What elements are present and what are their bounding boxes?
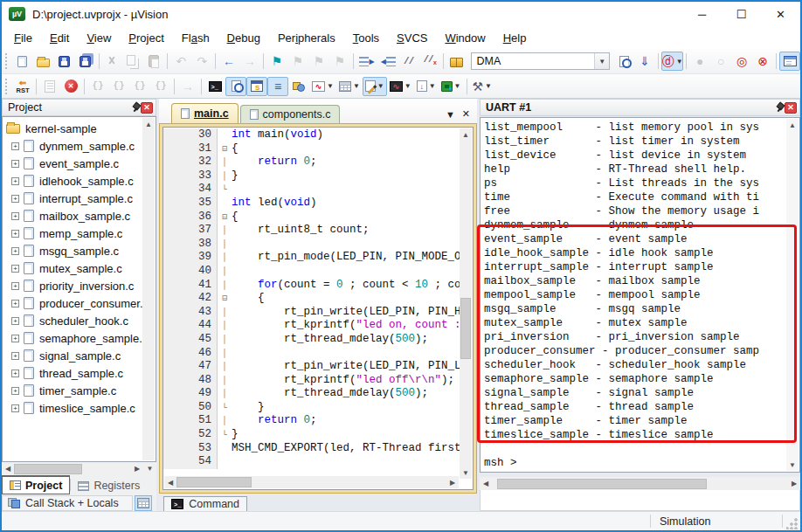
expand-icon[interactable]: + xyxy=(11,335,19,342)
tree-item-producer_consumer-c[interactable]: +producer_consumer.c xyxy=(3,294,142,312)
logic-analyzer-button[interactable]: ∿▼ xyxy=(387,77,414,96)
tree-item-idlehook_sample-c[interactable]: +idlehook_sample.c xyxy=(3,172,142,190)
scroll-left-icon[interactable]: ◀ xyxy=(480,478,492,490)
memory-keypad-button[interactable] xyxy=(135,495,152,511)
chevron-down-icon[interactable]: ▼ xyxy=(353,82,360,90)
find-button[interactable] xyxy=(613,52,634,71)
scroll-right-icon[interactable]: ▶ xyxy=(446,476,459,488)
tree-item-signal_sample-c[interactable]: +signal_sample.c xyxy=(3,347,142,364)
expand-icon[interactable]: + xyxy=(11,230,19,238)
tree-item-event_sample-c[interactable]: +event_sample.c xyxy=(3,155,142,172)
scroll-thumb[interactable] xyxy=(497,479,707,489)
code-editor[interactable]: 30int main(void)31⊟{32│ return 0;33│}34└… xyxy=(163,128,460,476)
target-select-combobox[interactable]: DMA▼ xyxy=(471,52,611,70)
editor-tab-components-c[interactable]: components.c xyxy=(240,105,341,123)
menu-tools[interactable]: Tools xyxy=(344,29,388,47)
tree-item-mailbox_sample-c[interactable]: +mailbox_sample.c xyxy=(3,207,142,225)
menu-svcs[interactable]: SVCS xyxy=(388,29,436,47)
comment-button[interactable]: // xyxy=(398,52,419,71)
uart-console[interactable]: list_mempool - list memory pool in sysli… xyxy=(480,117,800,473)
tree-item-timer_sample-c[interactable]: +timer_sample.c xyxy=(3,382,142,399)
editor-horizontal-scrollbar[interactable]: ◀ ▶ xyxy=(164,476,459,488)
chevron-down-icon[interactable]: ▼ xyxy=(404,82,411,90)
scroll-right-icon[interactable]: ▶ xyxy=(131,463,143,475)
menu-file[interactable]: File xyxy=(5,29,41,47)
editor-vertical-scrollbar[interactable]: ▲ ▼ xyxy=(460,128,472,479)
tree-item-msgq_sample-c[interactable]: +msgq_sample.c xyxy=(3,242,142,259)
chevron-down-icon[interactable]: ▼ xyxy=(454,82,461,90)
scroll-down-icon[interactable]: ▼ xyxy=(143,462,156,475)
expand-icon[interactable]: + xyxy=(11,212,19,220)
pin-icon[interactable] xyxy=(774,102,785,113)
expand-icon[interactable]: + xyxy=(11,352,19,360)
scroll-up-icon[interactable]: ▲ xyxy=(460,128,472,141)
tree-root[interactable]: kernel-sample xyxy=(3,120,142,137)
tab-registers[interactable]: Registers xyxy=(71,476,147,495)
fold-marker[interactable]: ⊟ xyxy=(218,142,232,156)
scroll-up-icon[interactable]: ▲ xyxy=(786,119,799,131)
scroll-thumb[interactable] xyxy=(176,477,252,487)
expand-icon[interactable]: + xyxy=(11,142,19,150)
tree-item-semaphore_sample-c[interactable]: +semaphore_sample.c xyxy=(3,329,142,347)
watch-windows-button[interactable]: ▼ xyxy=(363,77,387,96)
scroll-left-icon[interactable]: ◀ xyxy=(164,476,176,488)
chevron-down-icon[interactable]: ▼ xyxy=(377,82,384,90)
expand-icon[interactable]: + xyxy=(11,160,19,168)
lookup-word-button[interactable]: ⓓ▼ xyxy=(661,52,683,71)
disable-all-breakpoints-button[interactable]: ◎ xyxy=(731,52,752,71)
scroll-left-icon[interactable]: ◀ xyxy=(2,463,14,475)
menu-help[interactable]: Help xyxy=(494,29,536,47)
navigate-back-button[interactable]: ← xyxy=(218,52,239,71)
debug-tools-button[interactable]: ⚒▼ xyxy=(470,77,494,96)
expand-icon[interactable]: + xyxy=(11,370,19,377)
tree-item-dynmem_sample-c[interactable]: +dynmem_sample.c xyxy=(3,137,142,155)
tab-project[interactable]: Project xyxy=(2,475,70,494)
close-icon[interactable]: ✕ xyxy=(141,102,153,114)
expand-icon[interactable]: + xyxy=(11,177,19,185)
kill-all-breakpoints-button[interactable]: ⊗ xyxy=(752,52,773,71)
close-button[interactable]: ✕ xyxy=(761,2,800,26)
menu-peripherals[interactable]: Peripherals xyxy=(269,29,344,47)
scroll-right-icon[interactable]: ▶ xyxy=(788,478,800,490)
analysis-windows-button[interactable]: ∿▼ xyxy=(309,77,336,96)
uart-vertical-scrollbar[interactable]: ▲ ▼ xyxy=(786,119,799,471)
incremental-find-button[interactable]: ⇓ xyxy=(634,52,655,71)
callstack-locals-button[interactable]: Call Stack + Locals xyxy=(2,495,133,511)
chevron-down-icon[interactable]: ▼ xyxy=(594,53,609,69)
scroll-up-icon[interactable]: ▲ xyxy=(142,118,155,130)
registers-window-button[interactable]: ≡ xyxy=(267,77,288,96)
tree-item-interrupt_sample-c[interactable]: +interrupt_sample.c xyxy=(3,190,142,207)
indent-button[interactable]: ▶ xyxy=(356,52,377,71)
new-file-button[interactable] xyxy=(12,52,33,71)
toolbar-drag-handle[interactable] xyxy=(5,79,9,94)
stop-debug-button[interactable]: ✕ xyxy=(60,77,81,96)
tree-item-priority_inversion-c[interactable]: +priority_inversion.c xyxy=(3,277,142,294)
menu-flash[interactable]: Flash xyxy=(173,29,218,47)
expand-icon[interactable]: + xyxy=(11,404,19,412)
close-icon[interactable]: ✕ xyxy=(785,102,797,114)
menu-window[interactable]: Window xyxy=(436,29,494,47)
disassembly-window-button[interactable] xyxy=(225,77,246,96)
fold-marker[interactable]: ⊟ xyxy=(218,211,232,225)
pin-icon[interactable] xyxy=(130,102,141,113)
symbols-window-button[interactable] xyxy=(288,77,309,96)
menu-project[interactable]: Project xyxy=(120,29,172,47)
serial-window-button[interactable] xyxy=(246,77,267,96)
tree-item-mutex_sample-c[interactable]: +mutex_sample.c xyxy=(3,259,142,277)
tree-item-scheduler_hook-c[interactable]: +scheduler_hook.c xyxy=(3,312,142,329)
expand-icon[interactable]: + xyxy=(11,282,19,290)
call-stack-window-button[interactable]: ↓▼ xyxy=(414,77,439,96)
chevron-down-icon[interactable]: ▼ xyxy=(676,58,683,66)
scroll-thumb[interactable] xyxy=(460,298,471,359)
chevron-down-icon[interactable]: ▼ xyxy=(429,82,436,90)
chevron-down-icon[interactable]: ▼ xyxy=(485,82,492,90)
expand-icon[interactable]: + xyxy=(11,247,19,255)
project-vertical-scrollbar[interactable]: ▲ xyxy=(142,118,155,460)
configure-button[interactable] xyxy=(779,52,800,71)
expand-icon[interactable]: + xyxy=(11,387,19,395)
project-horizontal-scrollbar[interactable]: ◀ ▶ ▼ xyxy=(2,462,156,475)
chevron-down-icon[interactable]: ▼ xyxy=(327,82,334,90)
expand-icon[interactable]: + xyxy=(11,300,19,307)
minimize-button[interactable]: ─ xyxy=(682,2,722,26)
menu-edit[interactable]: Edit xyxy=(41,29,78,47)
